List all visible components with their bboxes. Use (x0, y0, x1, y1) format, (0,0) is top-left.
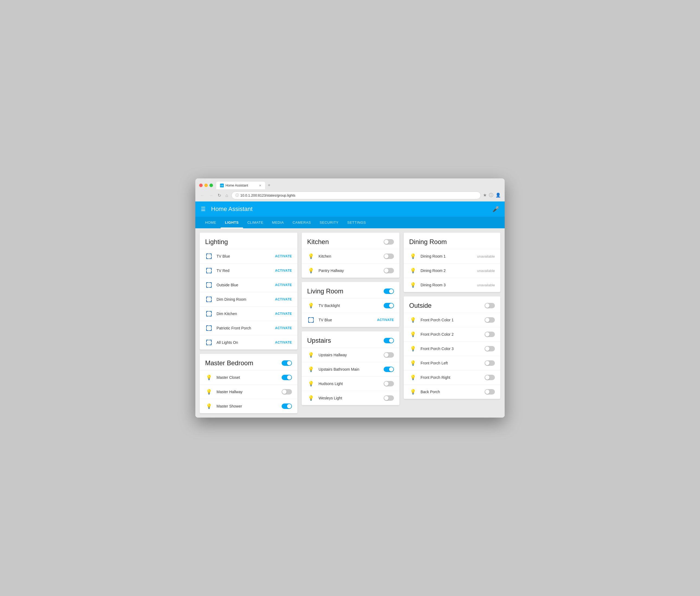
front-porch-color3-toggle[interactable] (484, 346, 495, 352)
item-name: Patriotic Front Porch (217, 326, 275, 330)
bulb-icon: 💡 (409, 267, 417, 275)
front-porch-left-toggle[interactable] (484, 360, 495, 366)
list-item: 💡 Master Shower (200, 399, 297, 413)
tab-climate[interactable]: CLIMATE (243, 217, 268, 228)
bulb-icon: 💡 (409, 281, 417, 289)
column-2: Kitchen 💡 Kitchen 💡 Pantry Hallway (302, 233, 399, 405)
new-tab-button[interactable]: + (265, 181, 273, 189)
traffic-lights (199, 184, 213, 187)
wesleys-light-toggle[interactable] (384, 395, 394, 401)
scene-icon (205, 281, 213, 289)
kitchen-header: Kitchen (302, 233, 399, 249)
bulb-icon: 💡 (307, 267, 315, 275)
front-porch-color2-toggle[interactable] (484, 332, 495, 337)
tab-settings[interactable]: SETTINGS (343, 217, 370, 228)
status-badge: unavailable (477, 269, 495, 273)
list-item: Dim Kitchen ACTIVATE (200, 306, 297, 321)
activate-button[interactable]: ACTIVATE (275, 341, 292, 344)
light-name: Pantry Hallway (319, 268, 384, 273)
minimize-button[interactable] (204, 184, 208, 187)
light-name: Kitchen (319, 254, 384, 258)
profile-icon[interactable]: 👤 (495, 192, 501, 198)
mic-icon[interactable]: 🎤 (493, 206, 499, 212)
tab-media[interactable]: MEDIA (268, 217, 289, 228)
back-porch-toggle[interactable] (484, 389, 495, 394)
activate-button[interactable]: ACTIVATE (377, 318, 394, 322)
item-name: All Lights On (217, 340, 275, 345)
front-porch-right-toggle[interactable] (484, 375, 495, 380)
list-item: All Lights On ACTIVATE (200, 335, 297, 349)
kitchen-light-toggle[interactable] (384, 254, 394, 259)
master-hallway-toggle[interactable] (282, 389, 292, 394)
back-button[interactable]: ← (199, 192, 206, 199)
light-name: Front Porch Left (421, 361, 484, 365)
forward-button[interactable]: → (208, 192, 214, 199)
scene-icon (205, 253, 213, 260)
hamburger-menu[interactable]: ☰ (201, 206, 206, 212)
scene-icon (205, 267, 213, 275)
tab-lights[interactable]: LIGHTS (221, 217, 243, 228)
outside-toggle[interactable] (484, 303, 495, 308)
list-item: Dim Dining Room ACTIVATE (200, 292, 297, 306)
master-bedroom-toggle[interactable] (282, 360, 292, 366)
upstairs-hallway-toggle[interactable] (384, 352, 394, 358)
bulb-icon: 💡 (307, 380, 315, 387)
maximize-button[interactable] (209, 184, 213, 187)
tab-cameras[interactable]: CAMERAS (288, 217, 315, 228)
light-name: Front Porch Color 3 (421, 346, 484, 351)
upstairs-bathroom-toggle[interactable] (384, 367, 394, 372)
bookmark-icon[interactable]: ★ (483, 192, 487, 198)
list-item: 💡 Dining Room 2 unavailable (404, 263, 500, 278)
upstairs-title: Upstairs (307, 337, 331, 344)
lighting-title: Lighting (205, 238, 228, 246)
main-content: Lighting TV Blue ACTIVATE TV Red (195, 228, 505, 418)
list-item: 💡 Front Porch Color 1 (404, 313, 500, 327)
list-item: 💡 Back Porch (404, 385, 500, 399)
light-name: Master Closet (217, 375, 282, 380)
list-item: 💡 Front Porch Left (404, 356, 500, 370)
bulb-icon: 💡 (307, 394, 315, 402)
lighting-card: Lighting TV Blue ACTIVATE TV Red (200, 233, 297, 349)
bulb-icon: 💡 (409, 359, 417, 367)
activate-button[interactable]: ACTIVATE (275, 269, 292, 273)
active-tab[interactable]: HA Home Assistant × (216, 182, 265, 189)
hudsons-light-toggle[interactable] (384, 381, 394, 386)
master-shower-toggle[interactable] (282, 404, 292, 409)
tab-close-button[interactable]: × (259, 183, 261, 188)
reload-button[interactable]: ↻ (217, 192, 222, 199)
address-bar[interactable]: ⓘ 10.0.1.200:8123/states/group.lights (231, 191, 481, 199)
living-room-card: Living Room 💡 TV Backlight TV Blue ACTIV (302, 282, 399, 327)
tab-home[interactable]: HOME (201, 217, 221, 228)
home-button[interactable]: ⌂ (224, 192, 229, 199)
upstairs-header: Upstairs (302, 331, 399, 347)
master-closet-toggle[interactable] (282, 375, 292, 380)
browser-actions: ★ ⓘ 👤 (483, 192, 501, 198)
activate-button[interactable]: ACTIVATE (275, 283, 292, 287)
kitchen-toggle[interactable] (384, 239, 394, 244)
close-button[interactable] (199, 184, 203, 187)
kitchen-card: Kitchen 💡 Kitchen 💡 Pantry Hallway (302, 233, 399, 278)
upstairs-toggle[interactable] (384, 338, 394, 343)
bulb-icon: 💡 (205, 403, 213, 410)
tv-backlight-toggle[interactable] (384, 303, 394, 308)
light-name: Front Porch Color 1 (421, 318, 484, 322)
pantry-hallway-toggle[interactable] (384, 268, 394, 273)
browser-addressbar: ← → ↻ ⌂ ⓘ 10.0.1.200:8123/states/group.l… (199, 191, 501, 202)
browser-chrome: HA Home Assistant × + ← → ↻ ⌂ ⓘ 10.0.1.2… (195, 178, 505, 202)
activate-button[interactable]: ACTIVATE (275, 326, 292, 330)
light-name: TV Blue (319, 318, 377, 322)
list-item: 💡 Master Closet (200, 370, 297, 385)
front-porch-color1-toggle[interactable] (484, 317, 495, 323)
light-name: TV Backlight (319, 304, 384, 308)
living-room-toggle[interactable] (384, 288, 394, 294)
list-item: TV Blue ACTIVATE (302, 313, 399, 327)
bulb-icon: 💡 (409, 253, 417, 260)
extensions-icon[interactable]: ⓘ (489, 192, 493, 198)
tab-security[interactable]: SECURITY (315, 217, 343, 228)
activate-button[interactable]: ACTIVATE (275, 297, 292, 301)
dining-room-title: Dining Room (409, 238, 447, 246)
item-name: TV Blue (217, 254, 275, 258)
item-name: Dim Dining Room (217, 297, 275, 302)
activate-button[interactable]: ACTIVATE (275, 312, 292, 316)
activate-button[interactable]: ACTIVATE (275, 254, 292, 258)
